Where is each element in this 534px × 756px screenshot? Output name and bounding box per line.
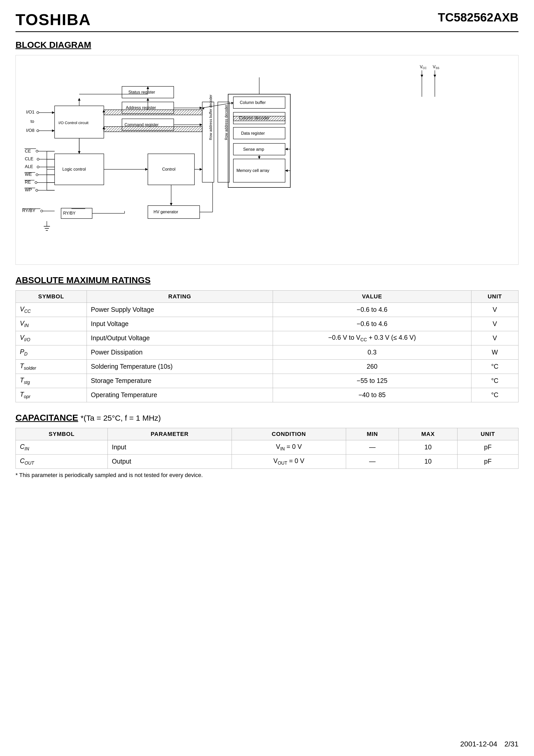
svg-marker-90 (147, 86, 149, 89)
svg-point-15 (37, 166, 39, 168)
page-footer: 2001-12-04 2/31 (460, 740, 519, 748)
row-addr-buffer-label: Row address buffer decoder (209, 94, 213, 140)
unit-cell: °C (471, 359, 518, 374)
table-row: VCCPower Supply Voltage−0.6 to 4.6V (16, 303, 519, 317)
cap-cond-cell: VOUT = 0 V (231, 454, 346, 469)
svg-marker-41 (147, 98, 149, 100)
part-number: TC582562AXB (438, 10, 519, 24)
svg-marker-101 (285, 148, 288, 150)
col-value: VALUE (273, 290, 471, 303)
block-diagram-section: BLOCK DIAGRAM VCC VSS I/O1 to I/O8 CE (15, 40, 519, 265)
we-label: WE (25, 172, 32, 177)
table-row: PDPower Dissipation0.3W (16, 345, 519, 359)
svg-marker-6 (52, 111, 55, 114)
symbol-cell: Topr (16, 388, 87, 402)
svg-marker-3 (434, 75, 436, 77)
cap-symbol-cell: COUT (16, 454, 108, 469)
svg-marker-70 (231, 102, 233, 104)
svg-rect-36 (104, 110, 202, 115)
symbol-cell: Tstg (16, 374, 87, 388)
table-row: VI/OInput/Output Voltage−0.6 V to VCC + … (16, 331, 519, 345)
svg-marker-1 (420, 75, 423, 77)
logic-control-label: Logic control (62, 167, 86, 172)
block-diagram-svg: VCC VSS I/O1 to I/O8 CE CLE (21, 61, 513, 257)
value-cell: −40 to 85 (273, 388, 471, 402)
ryby-label-left: RY/BY (22, 208, 36, 213)
re-label: RE (25, 180, 31, 185)
data-register-label: Data register (241, 131, 265, 135)
page-header: TOSHIBA TC582562AXB (15, 10, 519, 32)
symbol-cell: VCC (16, 303, 87, 317)
symbol-cell: Tsolder (16, 359, 87, 374)
value-cell: −0.6 to 4.6 (273, 317, 471, 331)
symbol-cell: VIN (16, 317, 87, 331)
cap-max-cell: 10 (399, 454, 458, 469)
svg-marker-45 (200, 107, 202, 109)
value-cell: 0.3 (273, 345, 471, 359)
cap-col-parameter: PARAMETER (108, 428, 231, 440)
cap-footnote: * This parameter is periodically sampled… (15, 472, 519, 478)
cle-label: CLE (25, 156, 33, 161)
cap-param-cell: Output (108, 454, 231, 469)
control-label: Control (162, 167, 175, 172)
rating-cell: Operating Temperature (87, 388, 273, 402)
svg-point-27 (40, 210, 43, 212)
svg-marker-66 (200, 168, 202, 171)
rating-cell: Soldering Temperature (10s) (87, 359, 273, 374)
value-cell: −0.6 V to VCC + 0.3 V (≤ 4.6 V) (273, 331, 471, 345)
svg-point-13 (37, 158, 39, 160)
svg-marker-103 (285, 169, 288, 172)
cap-col-min: MIN (346, 428, 399, 440)
symbol-cell: VI/O (16, 331, 87, 345)
cap-col-max: MAX (399, 428, 458, 440)
unit-cell: V (471, 317, 518, 331)
sense-amp-label: Sense amp (243, 147, 264, 151)
value-cell: 260 (273, 359, 471, 374)
command-register-label: Command register (124, 122, 159, 127)
unit-cell: W (471, 345, 518, 359)
svg-point-7 (37, 130, 39, 132)
hv-generator-label: HV generator (153, 209, 178, 214)
svg-point-24 (36, 189, 38, 191)
column-buffer-label: Column buffer (240, 100, 266, 105)
svg-point-11 (36, 150, 38, 152)
ale-label: ALE (25, 164, 33, 169)
svg-rect-38 (104, 127, 202, 132)
cap-col-condition: CONDITION (231, 428, 346, 440)
block-diagram-title: BLOCK DIAGRAM (15, 40, 519, 50)
memory-cell-label: Memory cell array (236, 168, 269, 173)
cap-min-cell: — (346, 454, 399, 469)
row-addr-decoder-label: Row address decoder (224, 105, 228, 140)
wp-label: WP (25, 187, 32, 192)
table-row: TsolderSoldering Temperature (10s)260°C (16, 359, 519, 374)
unit-cell: V (471, 303, 518, 317)
col-unit: UNIT (471, 290, 518, 303)
cap-title-suffix: *(Ta = 25°C, f = 1 MHz) (81, 414, 161, 422)
svg-marker-87 (78, 98, 80, 100)
footer-page: 2/31 (504, 740, 519, 748)
svg-marker-47 (200, 123, 202, 126)
svg-rect-57 (233, 116, 285, 121)
cap-cond-cell: VIN = 0 V (231, 440, 346, 454)
cap-unit-cell: pF (457, 454, 518, 469)
unit-cell: V (471, 331, 518, 345)
rating-cell: Power Dissipation (87, 345, 273, 359)
company-logo: TOSHIBA (15, 10, 91, 29)
io-control-label: I/O Control circuit (58, 121, 89, 125)
rating-cell: Power Supply Voltage (87, 303, 273, 317)
io1-label: I/O1 (26, 110, 34, 115)
rating-cell: Input/Output Voltage (87, 331, 273, 345)
cap-col-symbol: SYMBOL (16, 428, 108, 440)
svg-point-18 (36, 174, 38, 176)
rating-cell: Storage Temperature (87, 374, 273, 388)
svg-marker-73 (170, 203, 173, 205)
value-cell: −0.6 to 4.6 (273, 303, 471, 317)
svg-marker-99 (258, 156, 260, 159)
cap-min-cell: — (346, 440, 399, 454)
svg-point-21 (35, 181, 37, 184)
absolute-max-title: ABSOLUTE MAXIMUM RATINGS (15, 275, 519, 285)
footer-date: 2001-12-04 (460, 740, 497, 748)
table-row: VINInput Voltage−0.6 to 4.6V (16, 317, 519, 331)
table-row: TstgStorage Temperature−55 to 125°C (16, 374, 519, 388)
table-row: ToprOperating Temperature−40 to 85°C (16, 388, 519, 402)
